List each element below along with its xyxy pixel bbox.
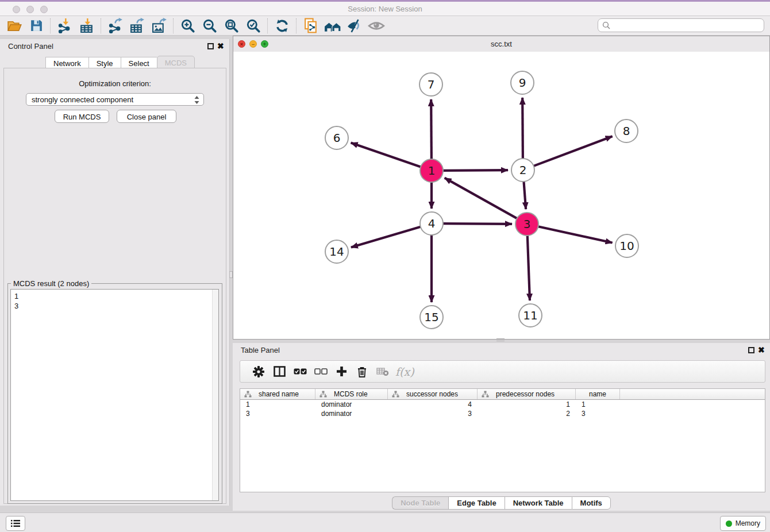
graph-node-14[interactable]: 14 [325,240,349,264]
column-label: successor nodes [406,390,458,398]
column-header-shared-name[interactable]: shared name [240,389,315,399]
export-table-button[interactable] [126,17,148,34]
graph-node-7[interactable]: 7 [419,72,443,97]
tab-node-table[interactable]: Node Table [392,496,448,510]
graphics-details-button[interactable] [365,17,387,34]
task-history-button[interactable] [6,516,25,531]
graph-node-3[interactable]: 3 [515,212,539,236]
table-row-0[interactable]: 1dominator411 [240,400,765,409]
mcds-result-textarea[interactable]: 1 3 [10,289,219,501]
dropdown-chevrons-icon [194,95,200,109]
graph-edge-2-9[interactable] [522,98,523,159]
network-overview-button[interactable] [322,17,344,34]
graph-edge-2-8[interactable] [534,136,613,166]
show-column-panel-button[interactable] [269,363,290,381]
close-panel-button[interactable]: Close panel [117,110,176,123]
table-panel-close-button[interactable]: ✖ [758,346,765,354]
apply-layout-button[interactable] [271,17,293,34]
graph-edge-3-11[interactable] [528,236,530,300]
graph-edge-2-3[interactable] [524,182,526,209]
table-body: 1dominator4113dominator323 [240,400,765,418]
new-network-from-selection-button[interactable] [300,17,322,34]
unselect-all-columns-button[interactable] [310,363,331,381]
graph-edge-3-10[interactable] [538,226,613,242]
table-cell[interactable]: 1 [478,400,576,408]
tab-edge-table[interactable]: Edge Table [448,496,504,510]
export-image-button[interactable] [148,17,170,34]
graph-node-15[interactable]: 15 [419,305,444,329]
table-settings-button[interactable] [248,363,269,381]
open-file-button[interactable] [3,17,25,34]
table-header-row: shared nameMCDS rolesuccessor nodesprede… [240,389,765,400]
hide-labels-button[interactable] [344,17,365,34]
table-cell[interactable]: 3 [240,410,315,418]
graph-node-4[interactable]: 4 [419,211,444,236]
save-icon [29,18,44,33]
network-window-titlebar[interactable]: × – + scc.txt [233,36,769,52]
table-cell[interactable]: dominator [315,410,388,418]
zoom-fit-button[interactable] [221,17,242,34]
import-table-button[interactable] [76,17,98,34]
tab-motifs[interactable]: Motifs [572,496,611,510]
node-table[interactable]: shared nameMCDS rolesuccessor nodesprede… [240,388,765,492]
graph-edge-1-7[interactable] [431,99,432,159]
splitter-grip[interactable] [496,338,505,341]
column-header-predecessor-nodes[interactable]: predecessor nodes [478,389,576,399]
search-input[interactable] [613,21,759,30]
graph-edge-4-14[interactable] [351,227,421,248]
result-scrollbar[interactable] [212,290,218,500]
eye-icon [368,18,385,33]
table-cell[interactable]: 3 [388,410,478,418]
table-panel-float-button[interactable] [748,347,754,353]
graph-node-1[interactable]: 1 [419,159,444,183]
save-session-button[interactable] [25,17,47,34]
column-header-name[interactable]: name [576,389,620,399]
graph-node-8[interactable]: 8 [614,119,638,143]
vertical-splitter-grip[interactable] [229,271,233,278]
control-panel-close-button[interactable]: ✖ [217,42,224,50]
table-cell[interactable]: 2 [478,410,576,418]
column-label: shared name [259,390,299,398]
zoom-in-button[interactable] [177,17,199,34]
graph-edge-1-2[interactable] [443,170,508,171]
function-builder-button[interactable]: f(x) [395,365,414,378]
search-box[interactable] [598,18,764,32]
delete-column-button[interactable] [352,363,372,381]
toolbar-separator [296,18,297,33]
graph-node-6[interactable]: 6 [325,126,349,150]
graph-edge-3-1[interactable] [445,178,517,219]
table-row-1[interactable]: 3dominator323 [240,409,765,418]
memory-button[interactable]: Memory [720,516,766,531]
table-cell[interactable]: 4 [388,400,478,408]
eye-slash-icon [346,18,363,33]
graph-node-10[interactable]: 10 [615,234,639,258]
column-header-mcds-role[interactable]: MCDS role [315,389,388,399]
control-panel-float-button[interactable] [207,43,214,49]
mcds-result-title: MCDS result (2 nodes) [11,279,91,288]
column-header-successor-nodes[interactable]: successor nodes [388,389,478,399]
import-network-button[interactable] [54,17,76,34]
tab-network-table[interactable]: Network Table [505,496,572,510]
toolbar-separator [267,18,268,33]
network-canvas[interactable]: 1234678910111415 [233,52,769,339]
graph-node-9[interactable]: 9 [510,71,534,95]
table-cell[interactable]: 1 [576,400,620,408]
run-mcds-button[interactable]: Run MCDS [55,110,109,123]
graph-node-11[interactable]: 11 [518,303,542,327]
select-all-columns-button[interactable] [290,363,310,381]
trash-icon [357,366,367,377]
zoom-out-button[interactable] [199,17,221,34]
create-column-button[interactable] [331,363,352,381]
graph-node-2[interactable]: 2 [511,158,535,182]
graph-edge-1-6[interactable] [351,143,421,167]
delete-table-button[interactable] [372,363,393,381]
criterion-dropdown[interactable]: strongly connected component [26,93,204,106]
graph-edge-4-3[interactable] [443,223,512,224]
table-cell[interactable]: dominator [315,400,388,408]
gear-icon [253,366,264,377]
checked-boxes-icon [294,368,307,375]
zoom-selected-button[interactable] [242,17,264,34]
table-cell[interactable]: 3 [576,410,620,418]
export-network-button[interactable] [105,17,126,34]
table-cell[interactable]: 1 [240,400,315,408]
